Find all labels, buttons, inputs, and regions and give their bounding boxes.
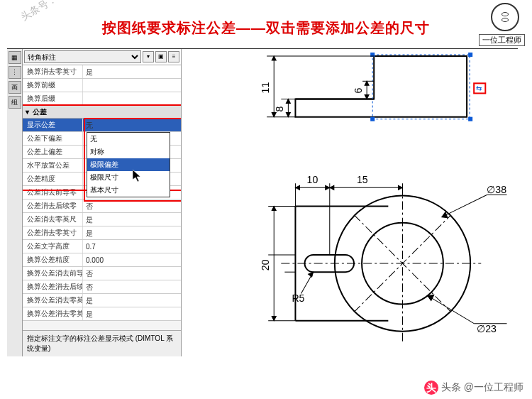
palette-icon[interactable]: ▦	[9, 51, 21, 64]
list-icon[interactable]: ≡	[168, 51, 179, 62]
page-title: 按图纸要求标注公差——双击需要添加公差的尺寸	[102, 18, 430, 38]
cursor-icon	[133, 170, 143, 184]
prop-label: 换算公差消去零英尺	[23, 295, 82, 305]
svg-rect-4	[468, 117, 472, 121]
prop-label: 显示公差	[23, 120, 82, 130]
prop-value[interactable]: 是	[82, 226, 181, 239]
filter-icon[interactable]: ▾	[143, 51, 154, 62]
watermark-bottom-text: 头条 @一位工程师	[441, 381, 523, 394]
dim-15: 15	[357, 174, 368, 185]
prop-value[interactable]: 是	[82, 307, 181, 320]
dim-20: 20	[260, 259, 271, 270]
more-row[interactable]: 公差文字高度0.7	[23, 240, 181, 253]
brand-caption: 一位工程师	[479, 34, 525, 46]
watermark-top: 头条号：一位工程师	[18, 0, 102, 24]
prop-label: 公差上偏差	[23, 147, 82, 157]
prop-value[interactable]: 是	[82, 213, 181, 226]
more-row[interactable]: 换算公差消去零英寸是	[23, 307, 181, 321]
more-row[interactable]: 公差消去零英尺是	[23, 213, 181, 226]
prop-label: 公差消去前导零	[23, 187, 82, 197]
prop-value[interactable]	[82, 79, 181, 92]
dim-dia38: ∅38	[487, 184, 506, 195]
prop-value[interactable]: 0.7	[82, 240, 181, 253]
more-row[interactable]: 换算公差精度0.000	[23, 253, 181, 267]
prop-value[interactable]: 否	[82, 267, 181, 280]
dim-dia23: ∅23	[477, 323, 497, 334]
object-type-select[interactable]: 转角标注	[24, 50, 141, 63]
drawing-canvas[interactable]: ⇆ 8 11 6	[187, 49, 518, 356]
prop-value[interactable]: 无	[82, 119, 181, 131]
main-area: ▦ ⋮ 画 组 转角标注 ▾ ▣ ≡ 换算消去零英寸是换算前缀换算后缀 ▾ 公差…	[7, 48, 518, 356]
prop-label: 换算公差消去零英寸	[23, 309, 82, 319]
selected-dim-icon: ⇆	[476, 84, 482, 92]
dropdown-option[interactable]: 对称	[87, 146, 170, 158]
prop-value[interactable]: 是	[82, 65, 181, 78]
chevron-down-icon: ▾	[26, 106, 33, 119]
svg-rect-0	[372, 55, 470, 119]
svg-rect-3	[370, 117, 375, 121]
panel-header: 转角标注 ▾ ▣ ≡	[23, 49, 181, 65]
dropdown-option[interactable]: 基本尺寸	[87, 184, 170, 197]
prop-label: 换算公差消去前导零	[23, 268, 82, 278]
status-hint: 指定标注文字的标注公差显示模式 (DIMTOL 系统变量)	[23, 330, 181, 356]
prop-label: 换算公差消去后续零	[23, 282, 82, 292]
prop-label: 换算公差精度	[23, 255, 82, 265]
properties-panel: 转角标注 ▾ ▣ ≡ 换算消去零英寸是换算前缀换算后缀 ▾ 公差 显示公差无公差…	[23, 49, 182, 356]
prop-label: 公差消去零英寸	[23, 228, 82, 238]
prop-label: 公差文字高度	[23, 241, 82, 251]
more-row[interactable]: 公差消去后续零否	[23, 200, 181, 213]
dropdown-option[interactable]: 极限尺寸	[87, 171, 170, 184]
tool-icon-strip: ▦ ⋮ 画 组	[7, 49, 23, 356]
dim-R5: R5	[292, 293, 304, 304]
prop-label: 公差精度	[23, 174, 82, 184]
dim-6: 6	[353, 87, 364, 93]
svg-line-31	[428, 295, 474, 323]
tolerance-row[interactable]: 显示公差无	[23, 119, 181, 132]
misc-row[interactable]: 换算前缀	[23, 79, 181, 92]
prop-value[interactable]: 否	[82, 280, 181, 293]
prop-value[interactable]: 否	[82, 200, 181, 212]
dim-10: 10	[307, 174, 318, 185]
prop-label: 公差消去后续零	[23, 201, 82, 211]
more-row[interactable]: 公差消去零英寸是	[23, 226, 181, 240]
tolerance-dropdown[interactable]: 无对称极限偏差极限尺寸基本尺寸	[87, 132, 170, 197]
prop-label: 公差消去零英尺	[23, 214, 82, 224]
prop-label: 公差下偏差	[23, 133, 82, 143]
prop-label: 换算消去零英寸	[23, 67, 82, 77]
brand-logo	[491, 3, 519, 31]
prop-label: 换算后缀	[23, 94, 82, 104]
watermark-bottom: 头 头条 @一位工程师	[424, 381, 523, 395]
svg-rect-2	[468, 53, 472, 57]
misc-row[interactable]: 换算消去零英寸是	[23, 65, 181, 79]
helper3-icon[interactable]: 组	[9, 96, 21, 109]
prop-value[interactable]	[82, 92, 181, 105]
dim-11: 11	[260, 82, 271, 94]
helper-icon[interactable]: ⋮	[9, 66, 21, 79]
helper2-icon[interactable]: 画	[9, 81, 21, 94]
prop-value[interactable]: 0.000	[82, 253, 181, 266]
more-row[interactable]: 换算公差消去零英尺是	[23, 294, 181, 307]
toutiao-icon: 头	[424, 381, 438, 395]
dropdown-option[interactable]: 极限偏差	[87, 158, 170, 171]
tolerance-section-header[interactable]: ▾ 公差	[23, 106, 181, 119]
dim-8: 8	[274, 106, 285, 112]
more-row[interactable]: 换算公差消去前导零否	[23, 267, 181, 280]
pick-icon[interactable]: ▣	[155, 51, 167, 62]
prop-label: 水平放置公差	[23, 160, 82, 170]
prop-value[interactable]: 是	[82, 294, 181, 307]
misc-row[interactable]: 换算后缀	[23, 92, 181, 106]
tolerance-title: 公差	[33, 106, 47, 119]
prop-label: 换算前缀	[23, 80, 82, 90]
svg-line-29	[442, 195, 487, 217]
more-row[interactable]: 换算公差消去后续零否	[23, 280, 181, 294]
dropdown-option[interactable]: 无	[87, 133, 170, 146]
panel-scroll-body: 换算消去零英寸是换算前缀换算后缀 ▾ 公差 显示公差无公差下偏差公差上偏差水平放…	[23, 65, 181, 330]
